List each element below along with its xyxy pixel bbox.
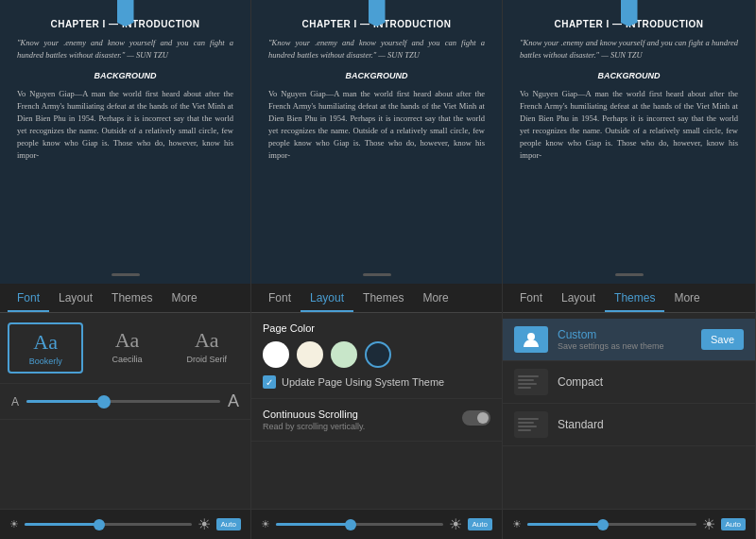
quote-3: "Know your .enemy and know yourself and …: [520, 37, 738, 61]
brightness-high-icon-2: ☀: [449, 515, 462, 533]
auto-badge-3[interactable]: Auto: [721, 518, 746, 530]
font-size-large-label: A: [228, 391, 239, 411]
theme-info-compact: Compact: [558, 375, 744, 389]
font-letter-bookerly: Aa: [33, 330, 58, 355]
bg-title-2: BACKGROUND: [268, 71, 485, 80]
themes-list: Custom Save settings as new theme Save C…: [503, 313, 755, 452]
brightness-bar-3: ☀ ☀ Auto: [503, 509, 755, 539]
color-dark[interactable]: [365, 341, 391, 368]
continuous-row: Continuous Scrolling Read by scrolling v…: [263, 409, 490, 431]
panel-themes: CHAPTER I — INTRODUCTION "Know your .ene…: [503, 0, 756, 539]
continuous-section: Continuous Scrolling Read by scrolling v…: [251, 399, 502, 442]
color-options: [263, 341, 490, 368]
font-name-bookerly: Bookerly: [29, 356, 62, 366]
toggle-thumb: [477, 412, 489, 424]
quote-2: "Know your .enemy and know yourself and …: [268, 37, 485, 61]
theme-compact[interactable]: Compact: [503, 361, 755, 404]
brightness-low-icon-1: ☀: [9, 518, 19, 530]
quote-1: "Know your .enemy and know yourself and …: [17, 37, 233, 61]
brightness-low-icon-3: ☀: [512, 518, 522, 530]
system-theme-label: Update Page Using System Theme: [282, 376, 444, 388]
tab-bar-2: Font Layout Themes More: [251, 284, 502, 313]
bookmark-1: [117, 0, 134, 26]
tab-font-1[interactable]: Font: [8, 284, 49, 312]
auto-badge-2[interactable]: Auto: [468, 518, 492, 530]
continuous-toggle[interactable]: [462, 410, 490, 426]
body-text-3: Vo Nguyen Giap—A man the world first hea…: [520, 88, 738, 163]
page-color-section: Page Color ✓ Update Page Using System Th…: [251, 313, 502, 399]
system-theme-checkbox[interactable]: ✓: [263, 375, 276, 389]
tab-layout-2[interactable]: Layout: [301, 284, 353, 312]
brightness-high-icon-1: ☀: [198, 515, 211, 533]
font-size-slider[interactable]: [26, 400, 220, 403]
brightness-slider-2[interactable]: [276, 523, 443, 526]
color-green[interactable]: [331, 341, 357, 368]
font-bookerly[interactable]: Aa Bookerly: [8, 322, 83, 374]
bookmark-3: [621, 0, 638, 26]
scroll-indicator-3: [615, 273, 644, 276]
layout-controls: Font Layout Themes More Page Color ✓ Upd…: [251, 284, 502, 539]
font-name-droid: Droid Serif: [187, 355, 228, 364]
tab-themes-1[interactable]: Themes: [102, 284, 162, 312]
tab-bar-3: Font Layout Themes More: [503, 284, 755, 313]
theme-name-standard: Standard: [558, 418, 744, 431]
tab-more-2[interactable]: More: [413, 284, 457, 312]
theme-desc-custom: Save settings as new theme: [558, 341, 701, 351]
theme-icon-compact: [514, 369, 548, 395]
svg-point-0: [527, 333, 535, 340]
theme-custom[interactable]: Custom Save settings as new theme Save: [503, 319, 755, 361]
tab-themes-2[interactable]: Themes: [353, 284, 413, 312]
book-preview-2: CHAPTER I — INTRODUCTION "Know your .ene…: [251, 0, 502, 284]
continuous-text: Continuous Scrolling Read by scrolling v…: [263, 409, 365, 431]
font-name-caecilia: Caecilia: [112, 355, 142, 364]
theme-info-custom: Custom Save settings as new theme: [558, 328, 701, 351]
auto-badge-1[interactable]: Auto: [216, 518, 241, 530]
themes-controls: Font Layout Themes More Custom Sa: [503, 284, 755, 539]
theme-standard[interactable]: Standard: [503, 404, 755, 446]
tab-layout-3[interactable]: Layout: [552, 284, 605, 312]
color-white[interactable]: [263, 341, 289, 368]
theme-info-standard: Standard: [558, 418, 744, 431]
theme-name-custom: Custom: [558, 328, 701, 341]
body-text-2: Vo Nguyen Giap—A man the world first hea…: [268, 88, 485, 163]
tab-font-3[interactable]: Font: [510, 284, 552, 312]
system-theme-row: ✓ Update Page Using System Theme: [263, 375, 490, 389]
brightness-slider-3[interactable]: [527, 523, 696, 526]
tab-more-1[interactable]: More: [162, 284, 206, 312]
bg-title-1: BACKGROUND: [17, 71, 233, 80]
brightness-slider-1[interactable]: [25, 523, 192, 526]
panel-layout: CHAPTER I — INTRODUCTION "Know your .ene…: [251, 0, 503, 539]
panel-font: CHAPTER I — INTRODUCTION "Know your .ene…: [0, 0, 251, 539]
tab-bar-1: Font Layout Themes More: [0, 284, 250, 313]
font-letter-caecilia: Aa: [115, 328, 140, 353]
font-size-control: A A: [0, 384, 250, 420]
continuous-title: Continuous Scrolling: [263, 409, 365, 420]
font-size-small-label: A: [11, 395, 19, 409]
user-icon: [522, 330, 541, 349]
book-preview-1: CHAPTER I — INTRODUCTION "Know your .ene…: [0, 0, 250, 284]
save-theme-button[interactable]: Save: [701, 329, 744, 350]
font-options: Aa Bookerly Aa Caecilia Aa Droid Serif: [0, 313, 250, 384]
theme-icon-standard: [514, 411, 548, 438]
theme-avatar: [514, 326, 548, 353]
scroll-indicator-1: [112, 273, 140, 276]
book-preview-3: CHAPTER I — INTRODUCTION "Know your .ene…: [503, 0, 755, 284]
theme-icon-custom: [514, 326, 548, 353]
continuous-desc: Read by scrolling vertically.: [263, 422, 365, 431]
font-controls: Font Layout Themes More Aa Bookerly Aa C…: [0, 284, 250, 539]
bookmark-2: [369, 0, 386, 26]
tab-layout-1[interactable]: Layout: [49, 284, 102, 312]
brightness-bar-2: ☀ ☀ Auto: [251, 509, 502, 539]
theme-name-compact: Compact: [558, 375, 744, 389]
tab-font-2[interactable]: Font: [259, 284, 301, 312]
tab-more-3[interactable]: More: [664, 284, 709, 312]
color-sepia[interactable]: [297, 341, 323, 368]
bg-title-3: BACKGROUND: [520, 71, 738, 80]
scroll-indicator-2: [363, 273, 391, 276]
page-color-label: Page Color: [263, 322, 490, 334]
tab-themes-3[interactable]: Themes: [605, 284, 664, 312]
font-droid[interactable]: Aa Droid Serif: [171, 322, 243, 374]
font-caecilia[interactable]: Aa Caecilia: [91, 322, 163, 374]
brightness-bar-1: ☀ ☀ Auto: [0, 509, 250, 539]
body-text-1: Vo Nguyen Giap—A man the world first hea…: [17, 88, 233, 163]
